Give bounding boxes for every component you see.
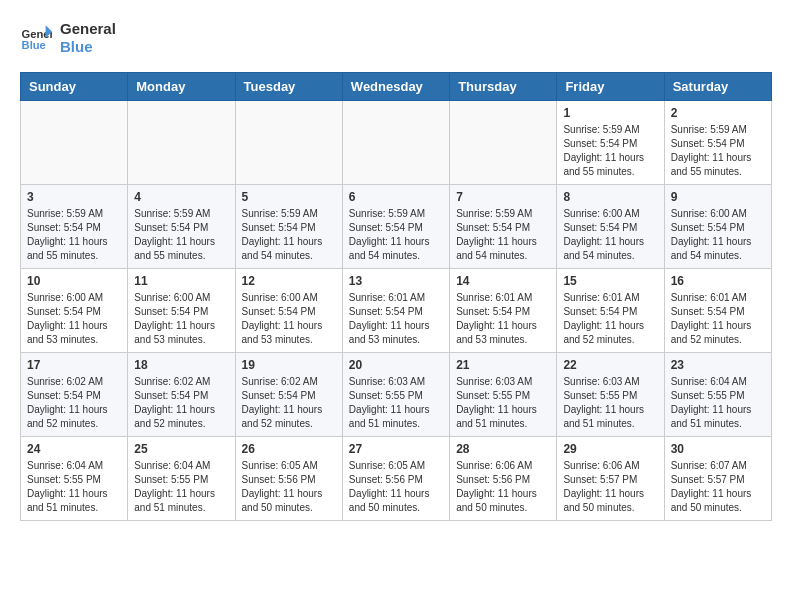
day-number: 12 [242, 274, 336, 288]
day-number: 19 [242, 358, 336, 372]
calendar-cell: 1Sunrise: 5:59 AM Sunset: 5:54 PM Daylig… [557, 101, 664, 185]
calendar-week-row: 10Sunrise: 6:00 AM Sunset: 5:54 PM Dayli… [21, 269, 772, 353]
day-info: Sunrise: 6:02 AM Sunset: 5:54 PM Dayligh… [134, 375, 228, 431]
day-number: 3 [27, 190, 121, 204]
calendar-cell [235, 101, 342, 185]
calendar-header-row: SundayMondayTuesdayWednesdayThursdayFrid… [21, 73, 772, 101]
calendar-cell: 15Sunrise: 6:01 AM Sunset: 5:54 PM Dayli… [557, 269, 664, 353]
day-info: Sunrise: 6:01 AM Sunset: 5:54 PM Dayligh… [456, 291, 550, 347]
day-info: Sunrise: 6:00 AM Sunset: 5:54 PM Dayligh… [134, 291, 228, 347]
calendar-cell: 11Sunrise: 6:00 AM Sunset: 5:54 PM Dayli… [128, 269, 235, 353]
day-number: 30 [671, 442, 765, 456]
day-number: 20 [349, 358, 443, 372]
weekday-header: Tuesday [235, 73, 342, 101]
logo-icon: General Blue [20, 22, 52, 54]
logo: General Blue General Blue [20, 20, 116, 56]
calendar-week-row: 17Sunrise: 6:02 AM Sunset: 5:54 PM Dayli… [21, 353, 772, 437]
calendar-cell: 29Sunrise: 6:06 AM Sunset: 5:57 PM Dayli… [557, 437, 664, 521]
calendar-cell: 26Sunrise: 6:05 AM Sunset: 5:56 PM Dayli… [235, 437, 342, 521]
calendar-cell: 24Sunrise: 6:04 AM Sunset: 5:55 PM Dayli… [21, 437, 128, 521]
calendar-week-row: 1Sunrise: 5:59 AM Sunset: 5:54 PM Daylig… [21, 101, 772, 185]
day-info: Sunrise: 6:02 AM Sunset: 5:54 PM Dayligh… [242, 375, 336, 431]
calendar-cell: 14Sunrise: 6:01 AM Sunset: 5:54 PM Dayli… [450, 269, 557, 353]
day-info: Sunrise: 5:59 AM Sunset: 5:54 PM Dayligh… [27, 207, 121, 263]
calendar-cell [342, 101, 449, 185]
calendar-cell: 17Sunrise: 6:02 AM Sunset: 5:54 PM Dayli… [21, 353, 128, 437]
calendar-cell: 6Sunrise: 5:59 AM Sunset: 5:54 PM Daylig… [342, 185, 449, 269]
day-info: Sunrise: 6:07 AM Sunset: 5:57 PM Dayligh… [671, 459, 765, 515]
day-number: 23 [671, 358, 765, 372]
day-info: Sunrise: 6:04 AM Sunset: 5:55 PM Dayligh… [27, 459, 121, 515]
calendar-week-row: 3Sunrise: 5:59 AM Sunset: 5:54 PM Daylig… [21, 185, 772, 269]
calendar-table: SundayMondayTuesdayWednesdayThursdayFrid… [20, 72, 772, 521]
day-number: 22 [563, 358, 657, 372]
page: General Blue General Blue SundayMondayTu… [0, 0, 792, 541]
calendar-cell: 10Sunrise: 6:00 AM Sunset: 5:54 PM Dayli… [21, 269, 128, 353]
day-number: 27 [349, 442, 443, 456]
calendar-cell: 7Sunrise: 5:59 AM Sunset: 5:54 PM Daylig… [450, 185, 557, 269]
weekday-header: Thursday [450, 73, 557, 101]
day-info: Sunrise: 6:06 AM Sunset: 5:57 PM Dayligh… [563, 459, 657, 515]
day-number: 4 [134, 190, 228, 204]
day-number: 9 [671, 190, 765, 204]
day-info: Sunrise: 6:01 AM Sunset: 5:54 PM Dayligh… [563, 291, 657, 347]
day-number: 18 [134, 358, 228, 372]
day-number: 24 [27, 442, 121, 456]
day-info: Sunrise: 6:00 AM Sunset: 5:54 PM Dayligh… [671, 207, 765, 263]
calendar-cell: 3Sunrise: 5:59 AM Sunset: 5:54 PM Daylig… [21, 185, 128, 269]
day-number: 14 [456, 274, 550, 288]
calendar-week-row: 24Sunrise: 6:04 AM Sunset: 5:55 PM Dayli… [21, 437, 772, 521]
calendar-cell: 9Sunrise: 6:00 AM Sunset: 5:54 PM Daylig… [664, 185, 771, 269]
calendar-cell [128, 101, 235, 185]
calendar-cell: 18Sunrise: 6:02 AM Sunset: 5:54 PM Dayli… [128, 353, 235, 437]
weekday-header: Friday [557, 73, 664, 101]
day-number: 8 [563, 190, 657, 204]
calendar-cell: 5Sunrise: 5:59 AM Sunset: 5:54 PM Daylig… [235, 185, 342, 269]
day-info: Sunrise: 6:02 AM Sunset: 5:54 PM Dayligh… [27, 375, 121, 431]
day-info: Sunrise: 6:00 AM Sunset: 5:54 PM Dayligh… [27, 291, 121, 347]
day-number: 29 [563, 442, 657, 456]
day-number: 17 [27, 358, 121, 372]
calendar-cell: 13Sunrise: 6:01 AM Sunset: 5:54 PM Dayli… [342, 269, 449, 353]
weekday-header: Sunday [21, 73, 128, 101]
day-number: 6 [349, 190, 443, 204]
day-info: Sunrise: 6:03 AM Sunset: 5:55 PM Dayligh… [349, 375, 443, 431]
calendar-cell: 23Sunrise: 6:04 AM Sunset: 5:55 PM Dayli… [664, 353, 771, 437]
day-info: Sunrise: 6:05 AM Sunset: 5:56 PM Dayligh… [349, 459, 443, 515]
day-number: 7 [456, 190, 550, 204]
day-info: Sunrise: 6:03 AM Sunset: 5:55 PM Dayligh… [563, 375, 657, 431]
day-number: 25 [134, 442, 228, 456]
day-info: Sunrise: 6:06 AM Sunset: 5:56 PM Dayligh… [456, 459, 550, 515]
day-info: Sunrise: 6:00 AM Sunset: 5:54 PM Dayligh… [563, 207, 657, 263]
day-number: 21 [456, 358, 550, 372]
day-number: 11 [134, 274, 228, 288]
calendar-cell: 21Sunrise: 6:03 AM Sunset: 5:55 PM Dayli… [450, 353, 557, 437]
day-number: 13 [349, 274, 443, 288]
day-info: Sunrise: 5:59 AM Sunset: 5:54 PM Dayligh… [134, 207, 228, 263]
svg-text:Blue: Blue [22, 39, 46, 51]
day-info: Sunrise: 5:59 AM Sunset: 5:54 PM Dayligh… [563, 123, 657, 179]
day-number: 5 [242, 190, 336, 204]
calendar-cell: 30Sunrise: 6:07 AM Sunset: 5:57 PM Dayli… [664, 437, 771, 521]
calendar-cell: 8Sunrise: 6:00 AM Sunset: 5:54 PM Daylig… [557, 185, 664, 269]
logo-general: General [60, 20, 116, 38]
day-info: Sunrise: 5:59 AM Sunset: 5:54 PM Dayligh… [456, 207, 550, 263]
calendar-cell: 19Sunrise: 6:02 AM Sunset: 5:54 PM Dayli… [235, 353, 342, 437]
calendar-cell: 25Sunrise: 6:04 AM Sunset: 5:55 PM Dayli… [128, 437, 235, 521]
header: General Blue General Blue [20, 20, 772, 56]
calendar-cell [21, 101, 128, 185]
logo-blue: Blue [60, 38, 116, 56]
day-number: 10 [27, 274, 121, 288]
calendar-cell: 12Sunrise: 6:00 AM Sunset: 5:54 PM Dayli… [235, 269, 342, 353]
day-number: 28 [456, 442, 550, 456]
day-number: 2 [671, 106, 765, 120]
day-number: 1 [563, 106, 657, 120]
weekday-header: Monday [128, 73, 235, 101]
calendar-cell: 22Sunrise: 6:03 AM Sunset: 5:55 PM Dayli… [557, 353, 664, 437]
day-info: Sunrise: 6:00 AM Sunset: 5:54 PM Dayligh… [242, 291, 336, 347]
weekday-header: Saturday [664, 73, 771, 101]
day-number: 26 [242, 442, 336, 456]
day-info: Sunrise: 5:59 AM Sunset: 5:54 PM Dayligh… [349, 207, 443, 263]
calendar-cell: 2Sunrise: 5:59 AM Sunset: 5:54 PM Daylig… [664, 101, 771, 185]
weekday-header: Wednesday [342, 73, 449, 101]
